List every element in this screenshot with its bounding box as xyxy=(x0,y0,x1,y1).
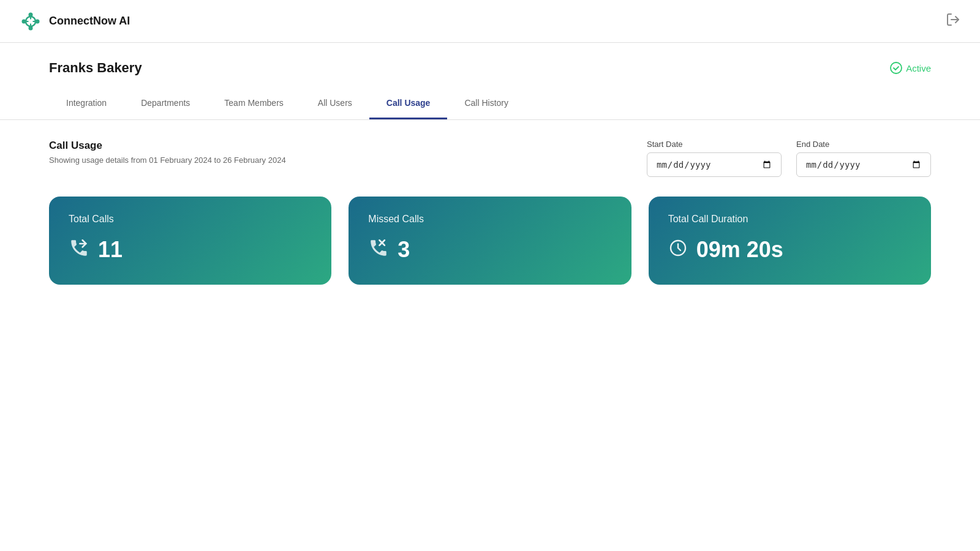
total-calls-value: 11 xyxy=(69,237,312,263)
total-duration-value: 09m 20s xyxy=(668,237,911,263)
phone-missed-icon xyxy=(368,238,389,263)
logout-button[interactable] xyxy=(946,12,960,31)
content-area: Call Usage Showing usage details from 01… xyxy=(0,120,980,304)
main-content: Franks Bakery Active Integration Departm… xyxy=(0,43,980,551)
svg-point-10 xyxy=(891,62,902,73)
missed-calls-title: Missed Calls xyxy=(368,214,611,225)
section-title: Call Usage xyxy=(49,140,286,152)
tab-call-usage[interactable]: Call Usage xyxy=(369,88,448,119)
svg-point-2 xyxy=(29,26,33,30)
section-subtitle: Showing usage details from 01 February 2… xyxy=(49,156,286,165)
missed-calls-value: 3 xyxy=(368,237,611,263)
status-badge: Active xyxy=(890,62,931,74)
page-header: Franks Bakery Active xyxy=(0,43,980,76)
tab-call-history[interactable]: Call History xyxy=(447,88,526,119)
total-calls-card: Total Calls 11 xyxy=(49,197,331,285)
end-date-group: End Date xyxy=(796,140,931,177)
tabs-container: Integration Departments Team Members All… xyxy=(0,88,980,120)
svg-point-3 xyxy=(22,19,26,23)
page-title: Franks Bakery xyxy=(49,60,142,76)
end-date-label: End Date xyxy=(796,140,931,149)
tab-departments[interactable]: Departments xyxy=(124,88,207,119)
tab-team-members[interactable]: Team Members xyxy=(207,88,300,119)
active-icon xyxy=(890,62,902,74)
svg-point-4 xyxy=(36,19,40,23)
total-duration-title: Total Call Duration xyxy=(668,214,911,225)
clock-icon xyxy=(668,238,688,262)
tab-all-users[interactable]: All Users xyxy=(301,88,369,119)
phone-incoming-icon xyxy=(69,238,89,263)
missed-calls-number: 3 xyxy=(398,237,410,263)
total-duration-card: Total Call Duration 09m 20s xyxy=(649,197,931,285)
status-label: Active xyxy=(906,63,931,73)
missed-calls-card: Missed Calls 3 xyxy=(349,197,631,285)
end-date-input[interactable] xyxy=(796,152,931,177)
app-title: ConnectNow AI xyxy=(49,15,130,28)
navbar-brand: ConnectNow AI xyxy=(20,10,130,32)
total-duration-number: 09m 20s xyxy=(696,237,783,263)
navbar: ConnectNow AI xyxy=(0,0,980,43)
total-calls-title: Total Calls xyxy=(69,214,312,225)
date-filters: Start Date End Date xyxy=(647,140,931,177)
section-title-block: Call Usage Showing usage details from 01… xyxy=(49,140,286,165)
logout-icon xyxy=(946,12,960,27)
total-calls-number: 11 xyxy=(98,237,123,263)
start-date-label: Start Date xyxy=(647,140,782,149)
app-logo xyxy=(20,10,42,32)
start-date-group: Start Date xyxy=(647,140,782,177)
start-date-input[interactable] xyxy=(647,152,782,177)
svg-point-1 xyxy=(29,12,33,17)
section-header: Call Usage Showing usage details from 01… xyxy=(49,140,931,177)
tab-integration[interactable]: Integration xyxy=(49,88,124,119)
stats-grid: Total Calls 11 Missed Calls xyxy=(49,197,931,285)
